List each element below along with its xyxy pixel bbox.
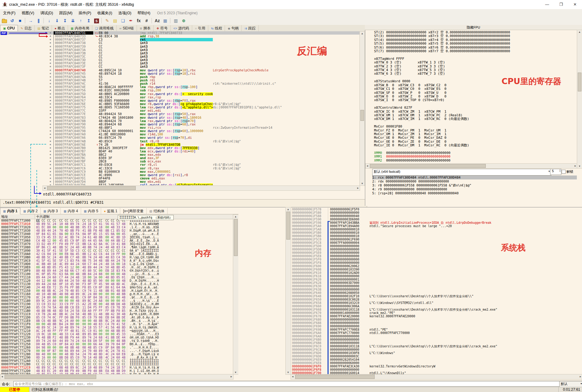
dump-tab-内存 4[interactable]: ▦内存 4 xyxy=(61,208,81,214)
breakpoint-gutter[interactable]: ● xyxy=(0,126,54,129)
stack-row[interactable]: 000000000061F6E80000000000060000 xyxy=(291,361,582,365)
dump-row[interactable]: 00007FFAFC7710A042 C6 04 1900 EB 0A 458B… xyxy=(0,252,233,256)
stack-row[interactable]: 000000000061F59800007FFAFC843BBA返回到 ntdl… xyxy=(291,221,582,224)
patch-icon[interactable]: ✎ xyxy=(104,17,111,24)
fastcall-arg-row[interactable]: 3: r8 000000000061F558 000000000061F558 … xyxy=(372,183,577,187)
disasm-row[interactable]: ●00007FFAFC84073FCCint3 xyxy=(0,65,364,68)
stack-hscrollbar[interactable]: ◄► xyxy=(291,374,582,380)
dump-row[interactable]: 00007FFAFC7711C0C0 78 2A 488B 4C 24 5848… xyxy=(0,312,233,316)
stack-row[interactable]: 000000000061F5800000000000000000 xyxy=(291,211,582,214)
breakpoint-gutter[interactable]: ● xyxy=(0,112,54,116)
registers-hscrollbar[interactable]: ◄► xyxy=(365,163,577,169)
stack-row[interactable]: 000000000061F6C00000000000103118L"C:\\Us… xyxy=(291,345,582,348)
dump-row[interactable]: 00007FFAFC77118089 9C 24 A000 00 00 4889… xyxy=(0,299,233,302)
dump-row[interactable]: 00007FFAFC7711000C 0F 85 FD63 0A 00 488B… xyxy=(0,272,233,276)
stack-row[interactable]: 000000000061F6080000000000103390 xyxy=(291,268,582,271)
dump-row[interactable]: 00007FFAFC77109030 41 5F 415E 5F 5D C3CC… xyxy=(0,249,233,252)
breakpoint-gutter[interactable]: ● xyxy=(0,89,54,92)
disasm-row[interactable]: ●00007FFAFC84076448:33C4xor rax,rsp xyxy=(0,96,364,99)
command-input[interactable] xyxy=(13,381,560,387)
breakpoint-gutter[interactable]: ● xyxy=(0,177,54,180)
dump-tab-[x=]局部变量[interactable]: [x=]局部变量 xyxy=(120,208,147,214)
breakpoint-gutter[interactable]: ● xyxy=(0,129,54,133)
stack-row[interactable]: 000000000061F5C0000000000061F690 xyxy=(291,238,582,241)
disasm-row[interactable]: ●00007FFAFC84074048:895C24 10mov qword p… xyxy=(0,69,364,72)
disasm-row[interactable]: ●00007FFAFC840733└►48:83C4 38add rsp,38 xyxy=(0,35,364,38)
dump-row[interactable]: 00007FFAFC77101048 89 5C 2410 48 89 7424… xyxy=(0,222,233,226)
disasm-row[interactable]: ●00007FFAFC84075D48:8B05 AC2D0B00mov rax… xyxy=(0,92,364,96)
dump-row[interactable]: 00007FFAFC77127000 00 0F B700 66 89 4424… xyxy=(0,349,233,353)
stack-row[interactable]: 000000000061F578000000000061F5F0 xyxy=(291,208,582,211)
disasm-row[interactable]: ●00007FFAFC84073DCCint3 xyxy=(0,58,364,62)
disasm-row[interactable]: ●00007FFAFC840738CCint3 xyxy=(0,41,364,45)
stack-row[interactable]: 000000000061F5D00000000000000000 xyxy=(291,244,582,248)
fastcall-arg-row[interactable]: 5: [rsp+28] 0000000000000040 00000000000… xyxy=(372,191,577,195)
stack-row[interactable]: 000000000061F5F80000000000000000 xyxy=(291,261,582,264)
dump-row[interactable]: 00007FFAFC7711708C 24 80 0000 00 48 85C9… xyxy=(0,296,233,299)
breakpoint-gutter[interactable]: ● xyxy=(0,48,54,52)
col-header-address[interactable]: 地址 xyxy=(0,214,35,219)
dump-tab-结构体[interactable]: ▧结构体 xyxy=(147,208,167,214)
profile-select[interactable]: 默认▼ xyxy=(559,381,582,387)
run-icon[interactable]: → xyxy=(27,17,34,24)
dump-row[interactable]: 00007FFAFC7710E000 48 8D 05F5 43 12 0048… xyxy=(0,266,233,269)
dump-hscrollbar[interactable]: ◄► xyxy=(0,374,233,380)
stack-row[interactable]: 000000000061F6200000000000000001 xyxy=(291,278,582,281)
tab-符号[interactable]: ❖符号 xyxy=(154,25,171,31)
register-line[interactable]: x87TW_6 3 (空) x87TW_7 3 (空) xyxy=(374,72,577,76)
dump-row[interactable]: 00007FFAFC7712B0CC CC CC CCCC CC CC CCCC… xyxy=(0,363,233,366)
disasm-row[interactable]: ●00007FFAFC840783C74424 48 16001800mov d… xyxy=(0,116,364,119)
stack-rows[interactable]: 000000000061F578000000000061F5F000000000… xyxy=(291,208,582,375)
dump-vscrollbar[interactable]: ▲▼ xyxy=(233,214,239,375)
disasm-row[interactable]: ●00007FFAFC8407B78D4F 40lea ecx,qword pt… xyxy=(0,150,364,153)
menu-item[interactable]: 收藏夹(I) xyxy=(94,9,115,17)
breakpoint-gutter[interactable]: ● xyxy=(0,102,54,106)
disasm-row[interactable]: ●00007FFAFC840739CCint3 xyxy=(0,45,364,48)
dump-row[interactable]: 00007FFAFC7711E08B C6 48 8B9C 24 A0 0000… xyxy=(0,319,233,322)
disasm-row[interactable]: ●00007FFAFC84073CCCint3 xyxy=(0,55,364,58)
stack-row[interactable]: 000000000061F5E00000000000000000 xyxy=(291,251,582,254)
stack-row[interactable]: 000000000061F6400000000002080050 xyxy=(291,291,582,295)
breakpoint-gutter[interactable]: ● xyxy=(0,65,54,68)
disasm-row[interactable]: ●00007FFAFC84079548:8BF1mov rsi,rcxrcx:Z… xyxy=(0,126,364,129)
minimize-button[interactable]: — xyxy=(540,0,554,9)
disasm-row[interactable]: ●00007FFAFC84074E48:8DAC24 00FFFFFFlea r… xyxy=(0,85,364,89)
breakpoint-gutter[interactable]: ● xyxy=(0,85,54,89)
stack-row[interactable]: 000000000061F6180000000000000000 xyxy=(291,274,582,278)
breakpoint-gutter[interactable]: ● xyxy=(0,160,54,163)
menu-item[interactable]: 跟踪(M) xyxy=(56,9,76,17)
menu-item[interactable]: 帮助(H) xyxy=(134,9,153,17)
tab-引用[interactable]: ○引用 xyxy=(192,25,208,31)
breakpoint-gutter[interactable]: ● xyxy=(0,38,54,41)
tab-SEH链[interactable]: ∞SEH链 xyxy=(117,25,137,31)
dump-row[interactable]: 00007FFAFC77113089 44 24 680F 10 45 90F3… xyxy=(0,282,233,286)
dump-rows[interactable]: 00007FFAFC771000CC CC CC CCCC CC CC CCCC… xyxy=(0,219,233,374)
stack-row[interactable]: 000000000061F6100000000000102AD0 xyxy=(291,271,582,274)
breakpoint-gutter[interactable]: ● xyxy=(0,116,54,119)
tab-线程[interactable]: ⇆线程 xyxy=(208,25,225,31)
trace-into-icon[interactable]: ↧ xyxy=(61,17,69,24)
stack-row[interactable]: 000000000061F6F80000000000000000 xyxy=(291,368,582,371)
breakpoint-gutter[interactable]: ● xyxy=(0,156,54,160)
disasm-row[interactable]: ●00007FFAFC84073ACCint3 xyxy=(0,48,364,52)
menu-item[interactable]: 视图(V) xyxy=(19,9,37,17)
run-to-user-icon[interactable]: ↥ xyxy=(85,17,92,24)
stack-row[interactable]: 000000000061F6880000000000000000 xyxy=(291,321,582,325)
disasm-row[interactable]: ●00007FFAFC84076E4C:8B05 93FA0A00mov r8,… xyxy=(0,102,364,106)
breakpoint-gutter[interactable]: ● xyxy=(0,55,54,58)
breakpoint-gutter[interactable]: ● xyxy=(0,109,54,112)
registers-vscrollbar[interactable]: ▲▼ xyxy=(577,30,582,169)
disasm-row[interactable]: ●00007FFAFC840731∨┌EB 00jmp ntdll.7FFAFC… xyxy=(0,31,364,35)
strings-icon[interactable]: Az xyxy=(154,17,161,24)
disasm-row[interactable]: ●00007FFAFC8407D48BDFmov ebx,edi xyxy=(0,180,364,183)
dump-row[interactable]: 00007FFAFC77116040 10 48 8B48 08 48 898C… xyxy=(0,292,233,296)
breakpoint-gutter[interactable]: ● xyxy=(0,140,54,143)
stack-row[interactable]: 000000000061F5F00000000000000000 xyxy=(291,258,582,261)
dump-row[interactable]: 00007FFAFC7710D04C 8B 40 184C 89 44 2460… xyxy=(0,262,233,266)
calculator-icon[interactable]: ▥ xyxy=(172,17,179,24)
tab-跟踪[interactable]: ⇉跟踪 xyxy=(242,25,258,31)
breakpoint-gutter[interactable]: ● xyxy=(0,58,54,62)
stack-row[interactable]: 000000000061F6B80000000000000000 xyxy=(291,341,582,345)
breakpoint-gutter[interactable]: ● xyxy=(0,99,54,102)
col-header-hex[interactable]: 十六进制 xyxy=(35,214,128,219)
